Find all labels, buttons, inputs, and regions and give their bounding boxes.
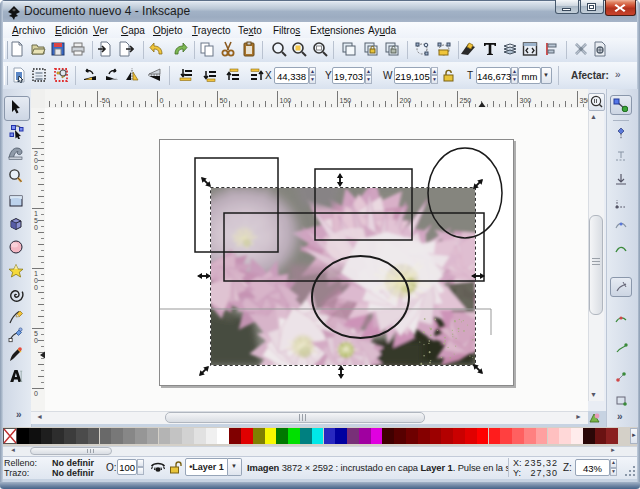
svg-text:1: 1 (34, 270, 38, 277)
svg-text:0: 0 (34, 284, 38, 291)
svg-text:0: 0 (34, 277, 38, 284)
svg-text:0: 0 (34, 337, 38, 344)
svg-text:0: 0 (34, 390, 38, 397)
svg-text:2: 2 (34, 150, 38, 157)
svg-text:1: 1 (34, 210, 38, 217)
svg-text:0: 0 (34, 224, 38, 231)
svg-text:0: 0 (34, 164, 38, 171)
svg-text:0: 0 (34, 157, 38, 164)
svg-text:5: 5 (34, 330, 38, 337)
svg-text:5: 5 (34, 217, 38, 224)
